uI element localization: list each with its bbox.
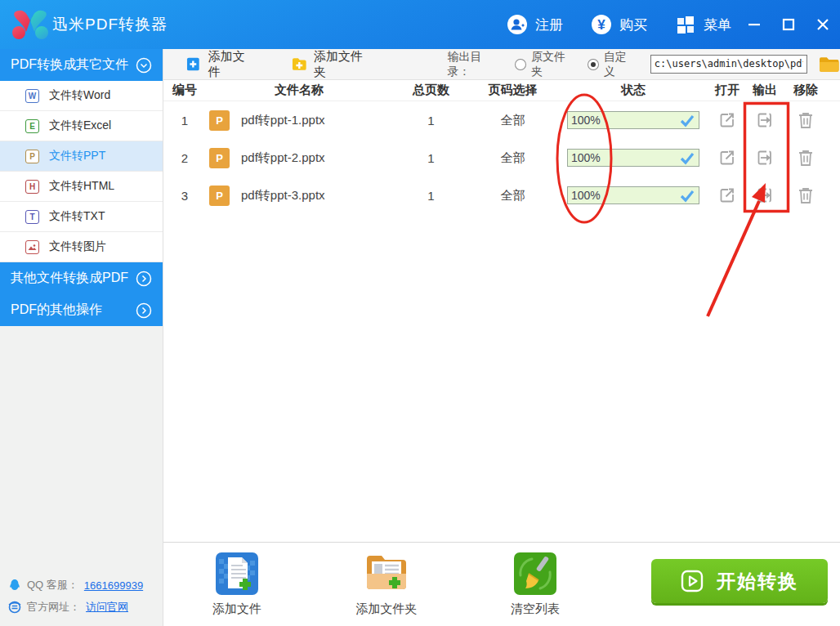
- minimize-button[interactable]: [737, 7, 771, 42]
- progress-bar: 100%: [567, 111, 699, 129]
- page-range[interactable]: 全部: [470, 113, 556, 128]
- svg-text:¥: ¥: [597, 17, 605, 33]
- register-button[interactable]: 注册: [507, 14, 563, 35]
- sidebar-item-label: 文件转PPT: [49, 149, 105, 163]
- yuan-coin-icon: ¥: [591, 14, 612, 35]
- total-pages: 1: [392, 151, 470, 165]
- add-folder-label: 添加文件夹: [314, 49, 374, 80]
- sidebar-item-ppt[interactable]: P 文件转PPT: [0, 141, 163, 172]
- radio-circle: [515, 59, 526, 70]
- word-file-icon: W: [25, 89, 39, 103]
- col-header-pages: 总页数: [392, 83, 470, 98]
- open-file-button[interactable]: [717, 110, 738, 131]
- sidebar-item-label: 文件转Excel: [49, 118, 111, 133]
- sidebar-item-label: 文件转HTML: [49, 179, 114, 194]
- file-name: pdf转ppt-3.pptx: [241, 188, 325, 203]
- output-dir-label: 输出目录：: [448, 50, 504, 79]
- excel-file-icon: E: [25, 119, 39, 133]
- remove-file-button[interactable]: [795, 185, 816, 206]
- open-output-button[interactable]: [754, 147, 775, 168]
- sidebar-section-convert-from-pdf[interactable]: PDF转换成其它文件: [0, 49, 163, 81]
- menu-button[interactable]: 菜单: [675, 14, 731, 35]
- clean-broom-icon: [512, 551, 558, 597]
- register-user-icon: [507, 14, 528, 35]
- menu-grid-icon: [675, 14, 696, 35]
- buy-button[interactable]: ¥ 购买: [591, 14, 647, 35]
- app-window: 迅米PDF转换器 注册 ¥ 购买: [0, 0, 840, 626]
- col-header-status: 状态: [556, 83, 711, 98]
- page-range[interactable]: 全部: [470, 188, 556, 203]
- col-header-remove: 移除: [786, 83, 825, 98]
- maximize-button[interactable]: [771, 7, 806, 42]
- row-number: 2: [163, 151, 206, 165]
- sidebar-footer: QQ 客服：1661699939 官方网址：访问官网: [0, 570, 163, 615]
- sidebar-section-other-ops[interactable]: PDF的其他操作: [0, 294, 163, 326]
- pptx-file-icon: P: [209, 110, 230, 131]
- table-header-row: 编号 文件名称 总页数 页码选择 状态 打开 输出 移除: [163, 80, 840, 101]
- table-row: 3 P pdf转ppt-3.pptx 1 全部 100%: [163, 177, 840, 214]
- buy-label: 购买: [619, 16, 647, 34]
- progress-percent: 100%: [571, 189, 601, 202]
- radio-original-label: 原文件夹: [531, 50, 576, 79]
- progress-bar: 100%: [567, 186, 699, 204]
- progress-percent: 100%: [571, 151, 601, 164]
- add-folder-button[interactable]: 添加文件夹: [292, 49, 373, 80]
- image-file-icon: [25, 240, 39, 254]
- open-output-button[interactable]: [754, 185, 775, 206]
- radio-custom-folder[interactable]: 自定义: [588, 50, 637, 79]
- sidebar-item-label: 文件转Word: [49, 88, 110, 103]
- official-site-link[interactable]: 访问官网: [86, 600, 128, 615]
- col-header-num: 编号: [163, 83, 206, 98]
- open-output-button[interactable]: [754, 110, 775, 131]
- output-path-input[interactable]: [650, 55, 808, 74]
- close-button[interactable]: [806, 7, 840, 42]
- add-file-big-button[interactable]: 添加文件: [192, 543, 282, 617]
- sidebar-item-image[interactable]: 文件转图片: [0, 232, 163, 262]
- sidebar-section-to-pdf[interactable]: 其他文件转换成PDF: [0, 262, 163, 294]
- col-header-output: 输出: [744, 83, 786, 98]
- sidebar-item-label: 文件转图片: [49, 239, 106, 254]
- radio-custom-label: 自定义: [604, 50, 637, 79]
- col-header-open: 打开: [711, 83, 744, 98]
- start-convert-label: 开始转换: [717, 569, 798, 594]
- file-name: pdf转ppt-1.pptx: [241, 113, 325, 128]
- page-range[interactable]: 全部: [470, 150, 556, 166]
- ie-browser-icon: [8, 601, 21, 614]
- section-label: 其他文件转换成PDF: [11, 270, 128, 287]
- col-header-pagerange: 页码选择: [470, 83, 556, 98]
- browse-folder-icon[interactable]: [819, 56, 840, 74]
- add-file-big-icon: [214, 551, 260, 597]
- qq-service-label: QQ 客服：: [27, 578, 78, 592]
- remove-file-button[interactable]: [795, 110, 816, 131]
- start-convert-button[interactable]: 开始转换: [651, 559, 828, 603]
- row-number: 3: [163, 189, 206, 203]
- section-label: PDF的其他操作: [11, 302, 102, 319]
- section-label: PDF转换成其它文件: [11, 56, 128, 74]
- remove-file-button[interactable]: [795, 147, 816, 168]
- title-bar: 迅米PDF转换器 注册 ¥ 购买: [0, 0, 840, 49]
- clear-list-button[interactable]: 清空列表: [490, 543, 580, 617]
- col-header-filename: 文件名称: [206, 83, 392, 98]
- progress-bar: 100%: [567, 149, 699, 167]
- add-file-big-label: 添加文件: [192, 601, 282, 617]
- sidebar-item-excel[interactable]: E 文件转Excel: [0, 111, 163, 141]
- sidebar-item-html[interactable]: H 文件转HTML: [0, 172, 163, 202]
- sidebar-item-label: 文件转TXT: [49, 209, 105, 224]
- sidebar-item-word[interactable]: W 文件转Word: [0, 81, 163, 111]
- chevron-down-circle-icon: [136, 57, 152, 74]
- menu-label: 菜单: [704, 16, 731, 34]
- open-file-button[interactable]: [717, 185, 738, 206]
- check-icon: [679, 189, 695, 203]
- open-file-button[interactable]: [717, 147, 738, 168]
- sidebar-item-txt[interactable]: T 文件转TXT: [0, 202, 163, 232]
- pptx-file-icon: P: [209, 148, 230, 168]
- check-icon: [679, 114, 695, 128]
- add-folder-big-button[interactable]: 添加文件夹: [342, 543, 431, 617]
- qq-number-link[interactable]: 1661699939: [84, 579, 143, 592]
- table-row: 2 P pdf转ppt-2.pptx 1 全部 100%: [163, 139, 840, 177]
- official-site-label: 官方网址：: [27, 600, 80, 615]
- add-file-button[interactable]: 添加文件: [186, 49, 256, 80]
- play-icon: [681, 570, 704, 592]
- radio-original-folder[interactable]: 原文件夹: [515, 50, 576, 79]
- app-title: 迅米PDF转换器: [52, 14, 168, 35]
